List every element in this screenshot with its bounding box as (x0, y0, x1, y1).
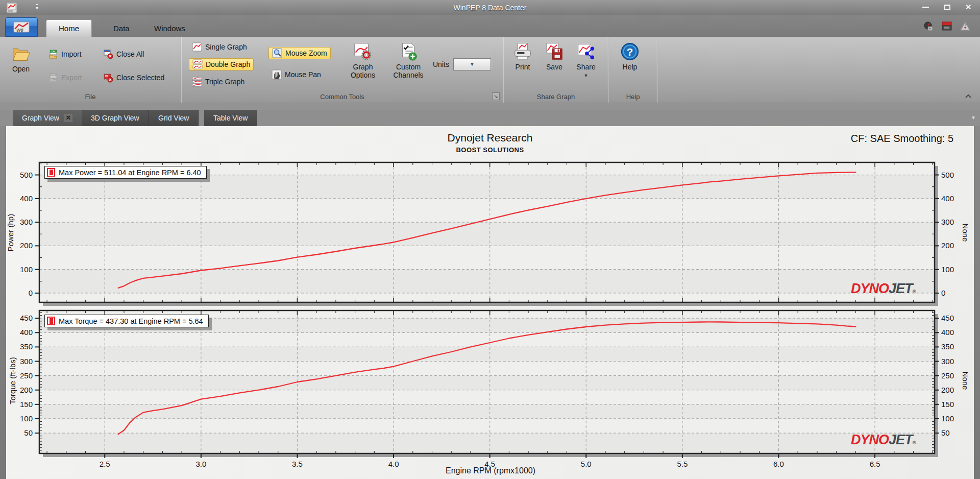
power-right-axis-label: None (962, 224, 970, 242)
device-icon[interactable] (941, 20, 952, 32)
alert-triangle-icon[interactable] (960, 20, 971, 32)
folder-open-icon (11, 44, 31, 63)
tab-grid-view[interactable]: Grid View (149, 110, 199, 126)
dynojet-logo: DYNOJET® (851, 281, 915, 297)
power-legend: Max Power = 511.04 at Engine RPM = 6.40 (44, 166, 207, 179)
custom-channels-button[interactable]: Custom Channels (387, 42, 430, 79)
share-button[interactable]: Share ▼ (572, 42, 600, 80)
tab-grid-view-label: Grid View (158, 114, 189, 122)
minimize-button[interactable] (921, 3, 930, 11)
custom-channels-label: Custom Channels (387, 63, 430, 79)
export-icon: CSV (48, 73, 58, 83)
svg-text:450: 450 (941, 314, 954, 322)
torque-chart[interactable]: 5050100100150150200200250250300300350350… (5, 306, 976, 479)
legend-swatch-icon (47, 168, 55, 177)
tab-close-icon[interactable]: ✕ (64, 114, 72, 122)
titlebar: ▾ WinPEP 8 Data Center ✕ (0, 0, 980, 15)
common-tools-group-label: Common Tools (182, 93, 503, 101)
import-button[interactable]: CSV Import (45, 48, 85, 60)
tab-data[interactable]: Data (101, 19, 142, 37)
collapse-ribbon-button[interactable] (964, 93, 973, 100)
window-frame-strip (0, 103, 980, 110)
tab-overflow-icon[interactable]: ▼ (971, 115, 976, 121)
maximize-icon (944, 5, 950, 10)
save-icon (545, 42, 564, 61)
import-label: Import (61, 50, 82, 58)
correction-factor-label: CF: SAE Smoothing: 5 (851, 133, 953, 145)
svg-text:CSV: CSV (51, 74, 56, 76)
svg-text:150: 150 (20, 400, 33, 409)
rpm-axis-label: Engine RPM (rpmx1000) (6, 466, 975, 475)
gauge-icon[interactable] (923, 20, 934, 32)
svg-text:400: 400 (20, 194, 33, 203)
help-label: Help (623, 63, 638, 71)
svg-text:200: 200 (941, 241, 954, 250)
share-dropdown-icon: ▼ (584, 71, 589, 80)
svg-text:50: 50 (941, 428, 950, 437)
tab-table-view-label: Table View (213, 114, 248, 122)
share-icon (576, 42, 596, 61)
svg-text:300: 300 (20, 357, 33, 366)
svg-text:100: 100 (941, 414, 954, 423)
close-button[interactable]: ✕ (964, 3, 973, 11)
mouse-pan-button[interactable]: Mouse Pan (268, 68, 324, 81)
tab-table-view[interactable]: Table View (204, 110, 257, 126)
graph-title: Dynojet Research (6, 132, 974, 144)
mouse-zoom-button[interactable]: Mouse Zoom (268, 47, 331, 59)
export-label: Export (61, 74, 82, 82)
close-icon: ✕ (965, 3, 972, 12)
svg-text:450: 450 (20, 314, 33, 322)
tab-windows[interactable]: Windows (142, 19, 198, 37)
svg-text:350: 350 (20, 342, 33, 351)
ribbon-group-file: Open CSV Import CSV Export Close All Clo… (0, 37, 181, 103)
ribbon-tab-row: W8 Home Data Windows (0, 15, 980, 37)
print-icon (513, 42, 532, 61)
close-all-button[interactable]: Close All (100, 48, 147, 60)
svg-text:300: 300 (941, 357, 954, 366)
svg-text:400: 400 (941, 194, 954, 203)
maximize-button[interactable] (942, 3, 951, 11)
units-dropdown[interactable]: ▼ (453, 58, 491, 70)
graph-options-button[interactable]: Graph Options (343, 42, 383, 79)
triple-graph-button[interactable]: Triple Graph (189, 76, 248, 88)
double-graph-button[interactable]: Double Graph (189, 58, 254, 70)
double-graph-label: Double Graph (206, 60, 250, 68)
tab-3d-graph-view[interactable]: 3D Graph View (82, 110, 149, 126)
svg-text:500: 500 (941, 171, 954, 179)
application-menu-button[interactable]: W8 (5, 17, 38, 37)
export-button[interactable]: CSV Export (45, 71, 85, 84)
save-button[interactable]: Save (541, 42, 568, 71)
ribbon-group-share-graph: Print Save Share ▼ Share Graph (504, 37, 608, 103)
ribbon-group-common-tools: Single Graph Double Graph Triple Graph M… (182, 37, 503, 103)
print-button[interactable]: Print (509, 42, 536, 71)
close-all-icon (103, 49, 113, 59)
svg-text:200: 200 (20, 241, 33, 250)
mouse-pan-label: Mouse Pan (285, 70, 321, 79)
open-button[interactable]: Open (11, 44, 31, 73)
help-icon: ? (620, 42, 640, 61)
share-label: Share (576, 63, 595, 71)
svg-text:350: 350 (941, 342, 954, 351)
tab-graph-view[interactable]: Graph View ✕ (13, 110, 82, 126)
ribbon: Open CSV Import CSV Export Close All Clo… (0, 37, 980, 103)
close-selected-button[interactable]: Close Selected (100, 71, 167, 84)
svg-text:100: 100 (20, 265, 33, 274)
graph-options-icon (353, 42, 373, 61)
graph-options-label: Graph Options (343, 63, 383, 79)
power-chart[interactable]: 00100100200200300300400400500500 (5, 158, 976, 306)
help-button[interactable]: ? Help (620, 42, 640, 71)
view-tab-bar: Graph View ✕ 3D Graph View Grid View Tab… (0, 110, 980, 126)
mouse-zoom-icon (272, 48, 282, 58)
svg-text:150: 150 (941, 400, 954, 409)
svg-text:0: 0 (29, 289, 33, 297)
ribbon-group-help: ? Help Help (609, 37, 657, 103)
svg-text:400: 400 (941, 328, 954, 337)
help-group-label: Help (609, 93, 657, 101)
save-label: Save (546, 63, 562, 71)
share-graph-group-label: Share Graph (504, 93, 608, 101)
tab-home[interactable]: Home (46, 19, 92, 37)
print-label: Print (516, 63, 530, 71)
svg-text:50: 50 (24, 428, 33, 437)
single-graph-button[interactable]: Single Graph (189, 41, 250, 53)
dynojet-logo: DYNOJET® (851, 432, 915, 448)
